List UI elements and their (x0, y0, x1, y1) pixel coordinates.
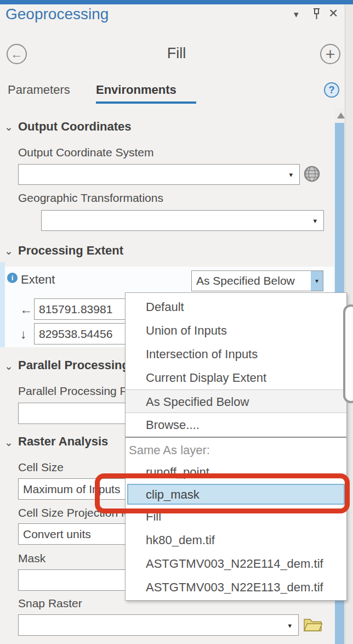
chevron-down-icon[interactable]: ⌄ (4, 121, 13, 133)
info-glyph: i (12, 274, 14, 282)
question-mark-icon: ? (329, 84, 335, 96)
menu-item-layer-clip-mask[interactable]: clip_mask (127, 484, 345, 505)
active-tab-underline (96, 101, 196, 104)
section-raster-analysis[interactable]: Raster Analysis (18, 434, 108, 449)
info-icon: i (7, 273, 18, 283)
section-processing-extent[interactable]: Processing Extent (18, 244, 123, 258)
help-button[interactable]: ? (324, 82, 339, 98)
tab-parameters[interactable]: Parameters (8, 83, 70, 97)
menu-item-intersection-of-inputs[interactable]: Intersection of Inputs (126, 342, 346, 366)
chevron-down-icon[interactable]: ⌄ (4, 436, 13, 449)
section-parallel-processing[interactable]: Parallel Processing (18, 358, 129, 372)
extent-label: Extent (21, 273, 55, 287)
cell-size-value: Maximum of Inputs (23, 479, 120, 499)
menu-item-layer-astgtmv003-n22e114[interactable]: ASTGTMV003_N22E114_dem.tif (126, 552, 346, 575)
chevron-down-icon: ▾ (313, 217, 317, 225)
menu-item-layer-runoff-point[interactable]: runoff_point (126, 460, 346, 484)
close-icon[interactable]: × (329, 4, 338, 22)
menu-item-union-of-inputs[interactable]: Union of Inputs (126, 319, 346, 342)
menu-item-browse[interactable]: Browse.... (126, 413, 346, 437)
add-button[interactable]: + (320, 44, 340, 64)
cell-size-label: Cell Size (18, 461, 64, 474)
folder-icon[interactable] (303, 617, 323, 633)
chevron-down-icon: ▾ (289, 171, 293, 179)
menu-item-layer-hk80-dem[interactable]: hk80_dem.tif (126, 528, 346, 552)
geoprocessing-panel: Geoprocessing ▾ × ← Fill + Parameters En… (0, 0, 353, 644)
chevron-down-icon[interactable]: ⌄ (4, 360, 13, 372)
extent-left-arrow-icon: ← (20, 302, 32, 317)
chevron-down-icon: ▾ (288, 621, 292, 629)
cell-size-projection-value: Convert units (23, 524, 91, 544)
extent-dropdown-menu: Default Union of Inputs Intersection of … (125, 292, 347, 601)
section-output-coordinates[interactable]: Output Coordinates (18, 120, 132, 134)
modified-environment-indicator (0, 262, 5, 347)
extent-mode-dropdown-button[interactable]: ▾ (311, 271, 323, 291)
tab-environments[interactable]: Environments (96, 83, 176, 97)
snap-raster-combobox[interactable]: ▾ (18, 614, 299, 636)
chevron-down-icon: ▾ (315, 277, 318, 285)
panel-menu-caret-icon[interactable]: ▾ (294, 9, 299, 20)
extent-bottom-arrow-icon: ↓ (20, 327, 27, 342)
output-coordinate-system-label: Output Coordinate System (18, 146, 153, 159)
extent-mode-value: As Specified Below (196, 271, 295, 291)
mask-label: Mask (18, 552, 45, 565)
pin-icon[interactable] (312, 7, 321, 21)
plus-icon: + (326, 45, 335, 64)
extent-left-value: 815791.83981 (39, 299, 112, 319)
geographic-transformations-label: Geographic Transformations (18, 191, 163, 205)
extent-bottom-value: 829538.54456 (39, 324, 112, 344)
tool-title: Fill (0, 45, 353, 62)
chevron-down-icon[interactable]: ⌄ (4, 245, 13, 257)
extent-mode-combobox[interactable]: As Specified Below ▾ (191, 270, 323, 291)
dropdown-scrollbar-thumb[interactable] (343, 304, 353, 403)
panel-accent-bar (0, 0, 353, 4)
snap-raster-label: Snap Raster (18, 597, 82, 610)
menu-item-default[interactable]: Default (126, 295, 346, 319)
menu-group-same-as-layer: Same As layer: (126, 437, 346, 460)
menu-item-current-display-extent[interactable]: Current Display Extent (126, 366, 346, 389)
output-coordinate-system-combobox[interactable]: ▾ (18, 164, 300, 185)
menu-item-as-specified-below[interactable]: As Specified Below (126, 389, 346, 413)
geographic-transformations-combobox[interactable]: ▾ (41, 210, 324, 231)
globe-icon[interactable] (303, 165, 321, 183)
menu-item-layer-astgtmv003-n22e113[interactable]: ASTGTMV003_N22E113_dem.tif (126, 575, 346, 599)
menu-item-layer-fill[interactable]: Fill (126, 505, 346, 528)
panel-title: Geoprocessing (5, 5, 109, 23)
scrollbar-up-arrow-icon[interactable] (337, 112, 345, 118)
